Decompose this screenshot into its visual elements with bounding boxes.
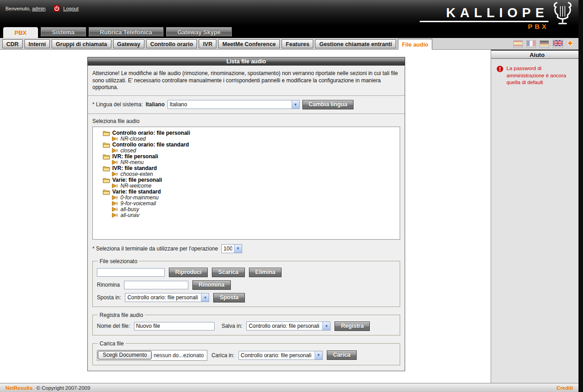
footer: NetResults © Copyright 2007-2009 Crediti — [0, 383, 583, 392]
tree-audio-file-row[interactable]: NR-welcome — [112, 183, 397, 189]
audio-file-icon — [112, 148, 118, 153]
audio-file-icon — [112, 207, 118, 212]
help-sidebar: Aiuto La password di amministrazione è a… — [491, 50, 583, 383]
tree-audio-file-row[interactable]: all-unav — [112, 213, 397, 218]
selected-file-input[interactable] — [97, 268, 165, 277]
divider — [88, 113, 405, 114]
netresults-brand[interactable]: NetResults — [5, 385, 33, 391]
rename-input[interactable] — [124, 281, 188, 289]
record-audio-legend: Registra file audio — [98, 312, 145, 318]
logout-link[interactable]: Logout — [63, 6, 79, 11]
subtab-ivr[interactable]: IVR — [199, 39, 216, 48]
audio-file-tree[interactable]: Controllo orario: file personali NR-clos… — [92, 127, 400, 240]
lyre-icon — [552, 1, 573, 27]
delete-button[interactable]: Elimina — [249, 268, 282, 277]
tree-folder-row[interactable]: Varie: file personali — [103, 177, 397, 183]
folder-icon — [103, 177, 110, 183]
folder-icon — [103, 130, 110, 136]
tree-folder-row[interactable]: Controllo orario: file standard — [103, 142, 397, 148]
tree-audio-file-row[interactable]: NR-menu — [112, 160, 397, 165]
folder-icon — [103, 154, 110, 160]
welcome-text: Benvenuto, — [5, 6, 31, 11]
subtab-controllo-orario[interactable]: Controllo orario — [146, 39, 197, 48]
file-name-label: Nome del file: — [97, 323, 130, 329]
audio-file-icon — [112, 160, 118, 165]
terminal-select-row: * Seleziona il terminale da utilizzare p… — [92, 244, 400, 253]
system-language-select[interactable]: Italiano ▼ — [167, 100, 300, 109]
tree-audio-file-row[interactable]: all-busy — [112, 207, 397, 213]
save-to-label: Salva in: — [221, 323, 242, 329]
tab-pbx[interactable]: PBX — [3, 27, 38, 38]
add-language-icon[interactable] — [567, 40, 573, 47]
upload-file-fieldset: Carica file Scegli Documento nessun do..… — [92, 340, 400, 365]
tree-audio-file-row[interactable]: choose-exten — [112, 171, 397, 177]
selected-file-legend: File selezionato — [98, 258, 139, 264]
sub-tab-bar: CDR Interni Gruppi di chiamata Gateway C… — [0, 38, 583, 50]
subtab-meetme-conference[interactable]: MeetMe Conference — [218, 39, 280, 48]
choose-file-button[interactable]: Scegli Documento — [98, 351, 152, 359]
audio-file-icon — [112, 171, 118, 177]
play-button[interactable]: Riproduci — [169, 268, 208, 277]
tree-folder-row[interactable]: IVR: file personali — [103, 154, 397, 160]
save-destination-select[interactable]: Controllo orario: file personali ▼ — [246, 321, 330, 331]
terminal-select[interactable]: 100 ▼ — [221, 244, 242, 253]
subtab-interni[interactable]: Interni — [24, 39, 50, 48]
copyright-text: © Copyright 2007-2009 — [36, 385, 90, 391]
tree-audio-file-row[interactable]: closed — [112, 148, 397, 154]
folder-icon — [103, 189, 110, 195]
select-arrow-icon: ▼ — [201, 293, 209, 302]
logo-pbx-text: PBX — [528, 23, 549, 30]
selected-file-fieldset: File selezionato Riproduci Scarica Elimi… — [92, 258, 400, 307]
username-link[interactable]: admin — [32, 6, 46, 11]
credits-link[interactable]: Crediti — [557, 385, 573, 391]
move-button[interactable]: Sposta — [213, 293, 245, 302]
rename-label: Rinomina — [97, 282, 120, 288]
tree-folder-row[interactable]: Varie: file standard — [103, 189, 397, 195]
terminal-label: * Seleziona il terminale da utilizzare p… — [92, 246, 218, 252]
move-destination-select[interactable]: Controllo orario: file personali ▼ — [125, 293, 209, 302]
language-label: * Lingua del sistema: — [92, 101, 143, 108]
upload-file-legend: Carica file — [98, 340, 125, 347]
system-language-row: * Lingua del sistema: Italiano Italiano … — [92, 100, 400, 109]
tree-audio-file-row[interactable]: 0-for-mainmenu — [112, 195, 397, 201]
record-button[interactable]: Registra — [335, 321, 370, 331]
file-input[interactable]: Scegli Documento nessun do...ezionato — [97, 350, 207, 361]
subtab-gestione-chiamate-entranti[interactable]: Gestione chiamate entranti — [315, 39, 396, 48]
current-language-value: Italiano — [146, 101, 165, 108]
folder-icon — [103, 142, 110, 148]
subtab-gateway[interactable]: Gateway — [113, 39, 144, 48]
rename-button[interactable]: Rinomina — [192, 280, 231, 290]
select-arrow-icon: ▼ — [315, 351, 322, 359]
select-arrow-icon: ▼ — [292, 100, 299, 109]
tab-sistema[interactable]: Sistema — [41, 27, 86, 37]
audio-file-icon — [112, 136, 118, 142]
tree-audio-file-row[interactable]: 9-for-voicemail — [112, 201, 397, 207]
flag-spain-icon[interactable] — [514, 41, 522, 47]
tab-gateway-skype[interactable]: Gateway Skype — [166, 27, 232, 37]
main-content: Lista file audio Attenzione! Le modifich… — [0, 50, 491, 383]
subtab-gruppi-di-chiamata[interactable]: Gruppi di chiamata — [52, 39, 111, 48]
flag-united-kingdom-icon[interactable] — [553, 40, 563, 47]
subtab-cdr[interactable]: CDR — [2, 39, 23, 48]
audio-file-icon — [112, 213, 118, 218]
upload-button[interactable]: Carica — [327, 350, 357, 360]
tab-rubrica-telefonica[interactable]: Rubrica Telefonica — [89, 27, 163, 37]
audio-file-icon — [112, 183, 118, 189]
flag-germany-icon[interactable] — [540, 41, 549, 47]
tree-folder-row[interactable]: Controllo orario: file personali — [103, 130, 397, 136]
select-arrow-icon: ▼ — [234, 245, 242, 253]
default-password-warning: La password di amministrazione è ancora … — [507, 65, 574, 86]
logo-underline — [420, 21, 549, 22]
download-button[interactable]: Scarica — [212, 268, 244, 277]
tree-audio-file-row[interactable]: NR-closed — [112, 136, 397, 142]
subtab-file-audio[interactable]: File audio — [398, 39, 432, 50]
tree-folder-row[interactable]: IVR: file standard — [103, 165, 397, 171]
record-name-input[interactable] — [134, 322, 215, 331]
logo-wordmark: KALLIOPE — [446, 6, 549, 19]
upload-destination-select[interactable]: Controllo orario: file personali ▼ — [239, 351, 323, 360]
audio-file-icon — [112, 201, 118, 206]
change-language-button[interactable]: Cambia lingua — [302, 100, 354, 109]
flag-france-icon[interactable] — [527, 41, 535, 47]
panel-warning-text: Attenzione! Le modifiche ai file audio (… — [92, 70, 400, 91]
subtab-features[interactable]: Features — [282, 39, 313, 48]
